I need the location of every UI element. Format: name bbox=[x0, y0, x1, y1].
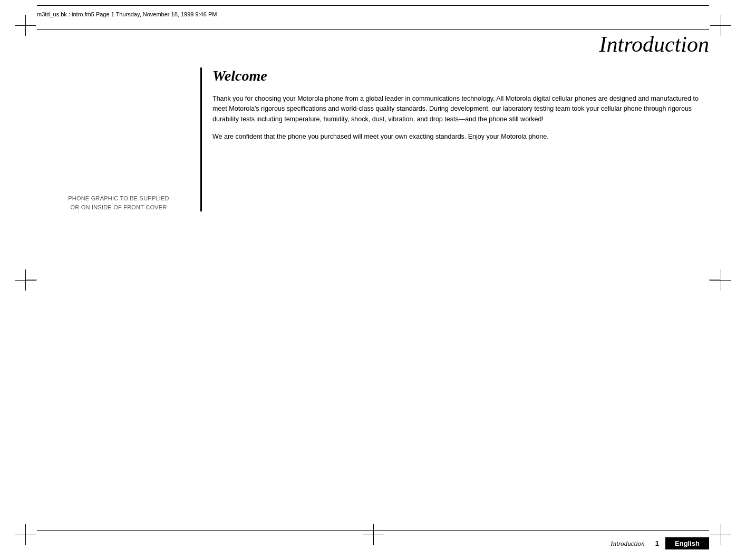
right-column: Welcome Thank you for choosing your Moto… bbox=[200, 67, 709, 211]
footer-content: Introduction 1 English bbox=[611, 537, 709, 549]
crosshair-bottom-right bbox=[710, 524, 731, 545]
welcome-paragraph-1: Thank you for choosing your Motorola pho… bbox=[212, 94, 709, 124]
phone-graphic-placeholder: PHONE GRAPHIC TO BE SUPPLIED OR ON INSID… bbox=[37, 194, 200, 211]
crosshair-bottom-left bbox=[15, 524, 36, 545]
columns-layout: PHONE GRAPHIC TO BE SUPPLIED OR ON INSID… bbox=[37, 67, 709, 211]
footer-language-badge: English bbox=[665, 537, 709, 549]
phone-placeholder-line2: OR ON INSIDE OF FRONT COVER bbox=[37, 203, 200, 212]
reg-mark-left bbox=[26, 280, 37, 281]
footer-chapter-name: Introduction bbox=[611, 539, 645, 548]
phone-placeholder-line1: PHONE GRAPHIC TO BE SUPPLIED bbox=[37, 194, 200, 203]
top-rule bbox=[37, 29, 709, 30]
content-area: Introduction PHONE GRAPHIC TO BE SUPPLIE… bbox=[37, 32, 709, 518]
welcome-heading: Welcome bbox=[212, 67, 709, 84]
welcome-paragraph-2: We are confident that the phone you purc… bbox=[212, 132, 709, 142]
footer: Introduction 1 English bbox=[37, 537, 709, 549]
bottom-rule bbox=[37, 530, 709, 531]
crosshair-top-right bbox=[710, 15, 731, 36]
crosshair-top-left bbox=[15, 15, 36, 36]
left-column: PHONE GRAPHIC TO BE SUPPLIED OR ON INSID… bbox=[37, 67, 200, 211]
header-text: m3td_us.bk : intro.fm5 Page 1 Thursday, … bbox=[37, 11, 217, 17]
page-title: Introduction bbox=[37, 32, 709, 57]
reg-mark-right bbox=[709, 280, 720, 281]
header-bar: m3td_us.bk : intro.fm5 Page 1 Thursday, … bbox=[37, 5, 709, 18]
document-page: m3td_us.bk : intro.fm5 Page 1 Thursday, … bbox=[0, 0, 746, 560]
footer-page-number: 1 bbox=[649, 537, 665, 549]
